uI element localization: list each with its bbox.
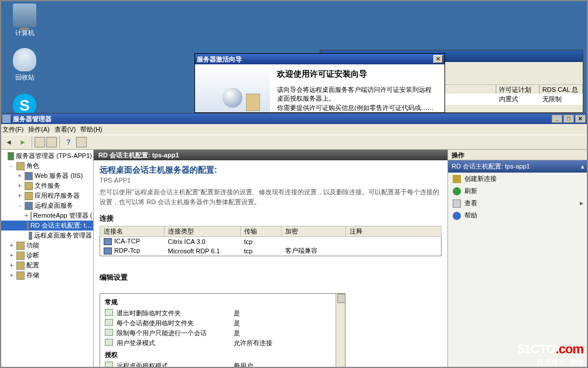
toolbar: ◄ ► ? — [0, 135, 588, 150]
section-edit-settings: 编辑设置 — [100, 273, 442, 283]
connection-icon — [104, 238, 112, 245]
group-general: 常规 — [105, 298, 340, 307]
tree-rdhost[interactable]: RD 会话主机配置: t… — [0, 221, 93, 231]
tree-rds[interactable]: -远程桌面服务 — [0, 201, 93, 211]
center-header: RD 会话主机配置: tps-app1 — [94, 150, 447, 160]
col-comment[interactable]: 注释 — [346, 226, 442, 237]
minimize-button[interactable]: _ — [552, 115, 562, 123]
group-license: 授权 — [105, 350, 340, 359]
setting-row[interactable]: 退出时删除临时文件夹是 — [105, 308, 340, 318]
tree-diag[interactable]: +诊断 — [0, 250, 93, 260]
section-connections: 连接 — [100, 214, 442, 223]
tree-rdsmgr[interactable]: 远程桌面服务管理器 — [0, 231, 93, 240]
tree-config[interactable]: +配置 — [0, 260, 93, 270]
cell: 内置式 — [496, 94, 539, 105]
menu-help[interactable]: 帮助(H) — [80, 125, 102, 134]
col-transport[interactable]: 传输 — [241, 226, 282, 237]
actions-title: 操作 — [448, 150, 588, 160]
page-description: 您可以使用"远程桌面会话主机配置"配置新连接的设置、修改现有连接的设置，以及删除… — [100, 187, 442, 207]
setting-icon — [105, 319, 113, 326]
desktop-icon-computer[interactable]: 计算机 — [7, 4, 42, 37]
cell: 无限制 — [539, 94, 583, 105]
tree-fileserv[interactable]: +文件服务 — [0, 181, 93, 191]
chevron-up-icon: ▴ — [581, 163, 584, 170]
wizard-text: 该向导会将远程桌面服务客户端访问许可证安装到远程桌面授权服务器上。 — [277, 85, 437, 104]
page-heading: 远程桌面会话主机服务器的配置: — [100, 165, 442, 176]
setting-icon — [105, 362, 113, 368]
setting-icon — [105, 339, 113, 346]
actions-context[interactable]: RD 会话主机配置: tps-app1 ▴ — [448, 160, 588, 173]
setting-icon — [105, 329, 113, 336]
col-type[interactable]: 连接类型 — [165, 226, 241, 237]
forward-button[interactable]: ► — [16, 136, 29, 149]
setting-row[interactable]: 限制每个用户只能进行一个会话是 — [105, 328, 340, 338]
tree-roles[interactable]: -角色 — [0, 161, 93, 171]
tree-web[interactable]: +Web 服务器 (IIS) — [0, 171, 93, 181]
action-new-connection[interactable]: 创建新连接 — [448, 173, 588, 185]
node-icon — [27, 222, 29, 230]
activation-wizard-dialog: 服务器激活向导 ✕ 欢迎使用许可证安装向导 该向导会将远程桌面服务客户端访问许可… — [194, 53, 445, 113]
connections-table[interactable]: 连接名 连接类型 传输 加密 注释 ICA-TCP Citrix ICA 3.0… — [100, 226, 442, 256]
setting-row[interactable]: 远程桌面授权模式每用户 — [105, 361, 340, 368]
desktop-icon-label: 回收站 — [7, 73, 42, 82]
lamp-icon — [223, 88, 242, 108]
tree-remoteapp[interactable]: +RemoteApp 管理器 (… — [0, 211, 93, 221]
table-row[interactable]: ICA-TCP Citrix ICA 3.0 tcp — [100, 237, 442, 246]
wizard-sidebar-graphic — [195, 64, 270, 112]
desktop-icon-recycle[interactable]: 回收站 — [7, 48, 42, 82]
menu-action[interactable]: 操作(A) — [28, 125, 50, 134]
trash-icon — [13, 48, 36, 71]
wizard-text: 你需要提供许可证购买信息(例如零售许可证代码或…… — [277, 104, 437, 112]
wizard-heading: 欢迎使用许可证安装向导 — [277, 69, 437, 80]
folder-icon — [16, 262, 25, 270]
server-manager-icon — [2, 115, 11, 123]
toolbar-button[interactable] — [35, 137, 45, 147]
setting-icon — [105, 309, 113, 316]
role-icon — [25, 182, 33, 190]
close-button[interactable]: ✕ — [575, 115, 586, 123]
tree-appserv[interactable]: +应用程序服务器 — [0, 191, 93, 201]
refresh-icon — [453, 187, 461, 195]
action-help[interactable]: 帮助 — [448, 209, 588, 222]
folder-icon — [16, 162, 25, 170]
wizard-title: 服务器激活向导 — [197, 55, 433, 64]
tree-root[interactable]: 服务器管理器 (TPS-APP1) — [0, 151, 93, 161]
table-row[interactable]: RDP-Tcp Microsoft RDP 6.1 tcp 客户端兼容 — [100, 246, 442, 256]
computer-icon — [13, 4, 36, 27]
view-icon — [453, 200, 461, 208]
close-button[interactable]: ✕ — [433, 55, 443, 63]
node-icon — [30, 212, 32, 220]
window-title: 服务器管理器 — [13, 115, 551, 123]
wizard-titlebar[interactable]: 服务器激活向导 ✕ — [195, 54, 445, 64]
action-refresh[interactable]: 刷新 — [448, 185, 588, 197]
settings-panel: 常规 退出时删除临时文件夹是 每个会话都使用临时文件夹是 限制每个用户只能进行一… — [100, 293, 346, 368]
server-manager-window: 服务器管理器 _ □ ✕ 文件(F) 操作(A) 查看(V) 帮助(H) ◄ ►… — [0, 113, 588, 368]
tree-storage[interactable]: +存储 — [0, 270, 93, 280]
role-icon — [25, 192, 33, 200]
col-encrypt[interactable]: 加密 — [282, 226, 346, 237]
toolbar-button[interactable] — [46, 137, 57, 147]
node-icon — [29, 232, 32, 240]
folder-icon — [16, 242, 25, 250]
action-view[interactable]: 查看▶ — [448, 197, 588, 209]
server-icon — [8, 152, 14, 160]
folder-icon — [16, 252, 25, 260]
role-icon — [25, 202, 33, 210]
connection-icon — [104, 247, 112, 254]
setting-row[interactable]: 每个会话都使用临时文件夹是 — [105, 318, 340, 328]
setting-row[interactable]: 用户登录模式允许所有连接 — [105, 338, 340, 348]
menu-view[interactable]: 查看(V) — [54, 125, 76, 134]
help-button[interactable]: ? — [62, 136, 75, 149]
navigation-tree[interactable]: 服务器管理器 (TPS-APP1) -角色 +Web 服务器 (IIS) +文件… — [0, 150, 94, 368]
scrollbar[interactable] — [336, 294, 345, 368]
maximize-button[interactable]: □ — [563, 115, 574, 123]
tree-features[interactable]: +功能 — [0, 240, 93, 250]
menu-file[interactable]: 文件(F) — [2, 125, 23, 134]
col-name[interactable]: 连接名 — [100, 226, 165, 237]
watermark-logo: 51CTO.com 技术博客 Blog — [517, 342, 583, 367]
window-titlebar[interactable]: 服务器管理器 _ □ ✕ — [0, 114, 588, 124]
role-icon — [25, 172, 33, 180]
toolbar-button[interactable] — [76, 137, 87, 147]
back-button[interactable]: ◄ — [2, 136, 15, 149]
server-name-label: TPS-APP1 — [100, 177, 442, 184]
